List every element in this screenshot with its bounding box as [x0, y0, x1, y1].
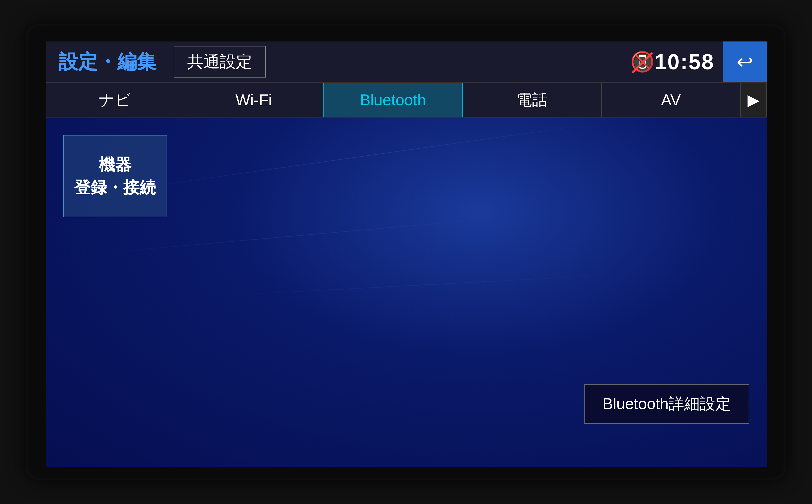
- header: 設定・編集 共通設定 📵 10:58 ↩: [46, 41, 767, 83]
- tab-navi[interactable]: ナビ: [46, 83, 184, 117]
- tab-more-button[interactable]: ▶: [741, 83, 767, 117]
- tab-bluetooth-label: Bluetooth: [360, 91, 426, 109]
- bt-detail-button[interactable]: Bluetooth詳細設定: [584, 384, 749, 424]
- tab-av[interactable]: AV: [602, 83, 740, 117]
- tab-bluetooth[interactable]: Bluetooth: [323, 83, 463, 117]
- tab-more-icon: ▶: [748, 91, 759, 109]
- tab-phone[interactable]: 電話: [463, 83, 602, 117]
- screen: 設定・編集 共通設定 📵 10:58 ↩ ナビ Wi-Fi Bluetooth …: [46, 41, 767, 467]
- tab-phone-label: 電話: [516, 89, 548, 110]
- register-connect-button[interactable]: 機器 登録・接続: [63, 135, 167, 217]
- phone-crossed-icon: 📵: [630, 50, 655, 73]
- main-content: 機器 登録・接続 Bluetooth詳細設定: [46, 117, 767, 441]
- back-arrow-icon: ↩: [737, 50, 753, 73]
- tab-av-label: AV: [661, 91, 681, 109]
- common-settings-label[interactable]: 共通設定: [174, 46, 266, 78]
- register-box-line1: 機器: [99, 153, 131, 176]
- clock-display: 10:58: [655, 49, 714, 74]
- back-button[interactable]: ↩: [723, 41, 767, 82]
- register-box-line2: 登録・接続: [74, 176, 156, 199]
- bt-detail-area: Bluetooth詳細設定: [584, 384, 749, 424]
- device-frame: 設定・編集 共通設定 📵 10:58 ↩ ナビ Wi-Fi Bluetooth …: [26, 24, 786, 480]
- tab-navi-label: ナビ: [99, 89, 131, 110]
- tab-bar: ナビ Wi-Fi Bluetooth 電話 AV ▶: [46, 83, 767, 117]
- tab-wifi-label: Wi-Fi: [235, 91, 272, 109]
- tab-wifi[interactable]: Wi-Fi: [184, 83, 323, 117]
- page-title: 設定・編集: [46, 49, 169, 75]
